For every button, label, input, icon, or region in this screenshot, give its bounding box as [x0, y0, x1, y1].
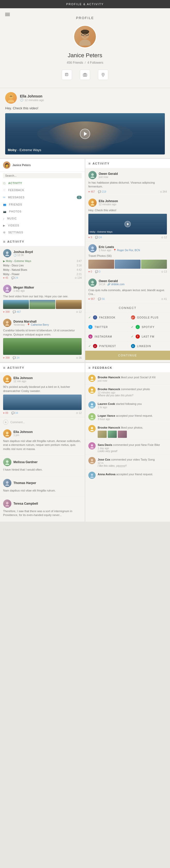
comment-placeholder: Comment... [10, 421, 25, 424]
feedback-photos [98, 431, 167, 438]
svg-point-41 [91, 389, 93, 391]
track-item: Moby - Natural Blues 4:42 [3, 268, 82, 272]
sidebar-header: 👩 Janice Peters [0, 159, 85, 172]
video-play-button[interactable] [80, 129, 90, 139]
sidebar-item-videos[interactable]: ▶ VIDEOS [0, 222, 85, 229]
track-item: Moby - Disco Lies 3:16 [3, 263, 82, 268]
svg-point-21 [91, 173, 94, 176]
svg-point-19 [6, 321, 8, 323]
spotify-icon: ♪ [136, 325, 140, 329]
connect-linkedin[interactable]: in LINKEDIN [128, 341, 170, 351]
continue-button[interactable]: CONTINUE [85, 351, 170, 360]
connect-facebook[interactable]: ✓ f FACEBOOK [85, 313, 128, 322]
bl-item-melissa: Melissa Gardner I have hinted that I wou… [0, 456, 85, 476]
bl-item-ella: Ella Johnson 12 min ago 90's pickled act… [0, 373, 85, 417]
feedback-item-5: Brooke Hancock liked your photos. [85, 423, 170, 440]
sidebar-search-container[interactable] [0, 172, 85, 180]
bl-item-ella2: Ella Johnson 1 pm Nam dapibus nisl vitae… [0, 427, 85, 456]
sidebar-avatar: 👩 [3, 161, 10, 169]
svg-point-48 [90, 430, 94, 431]
photo-thumb-3 [56, 300, 82, 309]
sidebar-username: Janice Peters [12, 163, 31, 166]
feedback-avatar-brooke2 [88, 386, 95, 394]
svg-point-10 [84, 74, 86, 76]
activity-stats-ella: ♥ 9 💬 24 ⊙ 12 [88, 236, 167, 239]
activity-item-megan: Megan Walker 1 day ago The best video fr… [0, 282, 85, 316]
edit-icon[interactable] [62, 70, 72, 80]
activity-stats-owen1: ♥ 467 💬 219 ⊙ 344 [88, 190, 167, 193]
search-input[interactable] [3, 173, 82, 178]
bottom-right-column: ≡ FEEDBACK Brooke Hancock liked your pos… [85, 363, 170, 522]
bl-item-teresa: Teresa Campbell Therefore, I saw that th… [0, 497, 85, 522]
location-icon[interactable] [98, 70, 108, 80]
profile-avatar [74, 25, 96, 48]
twitter-icon: t [88, 325, 92, 329]
sidebar-item-activity[interactable]: ⬡ ACTIVITY [0, 180, 85, 187]
sidebar-item-music[interactable]: ♪ MUSIC [0, 215, 85, 222]
feedback-title: FEEDBACK [92, 366, 112, 369]
svg-point-23 [91, 201, 94, 204]
bl-avatar-ella2 [3, 429, 11, 438]
activity-avatar-owen1 [88, 171, 96, 179]
bl-avatar-teresa [3, 499, 11, 508]
bl-item-thomas: Thomas Harper Nam dapibus nisl vitae eli… [0, 476, 85, 497]
sidebar-item-photos[interactable]: 📷 PHOTOS [0, 208, 85, 215]
feedback-item-1: Brooke Hancock liked your post Social UI… [85, 373, 170, 384]
svg-point-38 [5, 505, 9, 506]
feedback-avatar-brooke3 [88, 425, 95, 432]
sidebar-item-feedback[interactable]: ♡ FEEDBACK [0, 187, 85, 194]
bottom-left-column: ≡ ACTIVITY Ella Johnson 12 min ago 90's … [0, 363, 85, 522]
bottom-two-col: ≡ ACTIVITY Ella Johnson 12 min ago 90's … [0, 363, 170, 522]
post-time: 🕐 12 minutes ago [20, 98, 44, 102]
connect-twitter[interactable]: t TWITTER [85, 322, 128, 332]
connect-spotify[interactable]: ✓ ♪ SPOTIFY [128, 322, 170, 332]
photo-thumb-2 [29, 300, 55, 309]
connect-googleplus[interactable]: g+ GOOGLE PLUS [128, 313, 170, 322]
right-column: ≡ ACTIVITY Owen Gerald just now In hac h… [85, 159, 170, 362]
svg-point-46 [90, 418, 94, 419]
activity-item-donna: Donna Marshall Yesterday · 📍 Catherine B… [0, 316, 85, 362]
activity-item-ella: Ella Johnson 12 minutes ago Hey. Check t… [85, 196, 170, 242]
add-comment-button[interactable]: + [3, 420, 8, 425]
feedback-item-8: Anna Avilova accepted your friend reques… [85, 470, 170, 481]
activity-avatar-eric [88, 244, 96, 252]
feedback-avatar-anna [88, 472, 95, 479]
linkedin-icon: in [131, 344, 135, 348]
camera-icon[interactable] [80, 70, 90, 80]
feedback-photo-3 [118, 431, 127, 438]
svg-point-42 [90, 392, 94, 393]
bl-stats-ella: ♥ 89 💬 34 ⊙ 12 [3, 411, 82, 414]
svg-point-16 [5, 254, 9, 256]
mini-video-ella[interactable]: Moby - Extreme Ways [88, 214, 167, 235]
sidebar-item-settings[interactable]: ⚙ SETTINGS [0, 229, 85, 236]
feedback-header: ≡ FEEDBACK [85, 363, 170, 373]
mini-play-button[interactable] [124, 221, 131, 227]
music-track-list: ▶ Moby - Extreme Ways 3:47 Moby - Disco … [3, 259, 82, 276]
activity-stats-donna: ♥ 398 💬 24 ⊙ 36 [3, 356, 82, 359]
svg-point-32 [5, 435, 9, 436]
sidebar-item-friends[interactable]: 👥 FRIENDS [0, 201, 85, 208]
svg-point-22 [90, 176, 94, 178]
svg-point-11 [103, 74, 104, 75]
svg-point-50 [90, 447, 94, 448]
video-thumbnail[interactable]: Moby - Extreme Ways [5, 113, 165, 154]
lastfm-icon: lf [136, 335, 140, 339]
post-author-name: Ella Johnson [20, 94, 44, 98]
feedback-photo-1 [98, 431, 107, 438]
profile-name: Janice Peters [5, 52, 165, 59]
svg-point-7 [81, 30, 89, 33]
connect-instagram[interactable]: ig INSTAGRAM [85, 332, 128, 341]
sidebar-item-messages[interactable]: ✉ MESSAGES 1 [0, 194, 85, 201]
hamburger-menu[interactable] [5, 12, 10, 17]
connect-pinterest[interactable]: ✓ p PINTEREST [85, 341, 128, 351]
track-item: Moby - Flower 2:21 [3, 272, 82, 276]
left-activity-panel: ≡ ACTIVITY Joshua Boyd 🕐 12:36 ▶ Moby [0, 237, 85, 362]
svg-point-43 [91, 403, 93, 405]
connect-lastfm[interactable]: ✓ lf LAST FM [128, 332, 170, 341]
right-activity-title: ACTIVITY [92, 162, 110, 165]
connect-services-grid: ✓ f FACEBOOK g+ GOOGLE PLUS t TWITTER ✓ … [85, 313, 170, 351]
svg-point-1 [79, 39, 91, 45]
svg-point-33 [6, 460, 8, 463]
activity-image-donna [3, 338, 82, 355]
profile-section-title: PROFILE [5, 16, 165, 20]
